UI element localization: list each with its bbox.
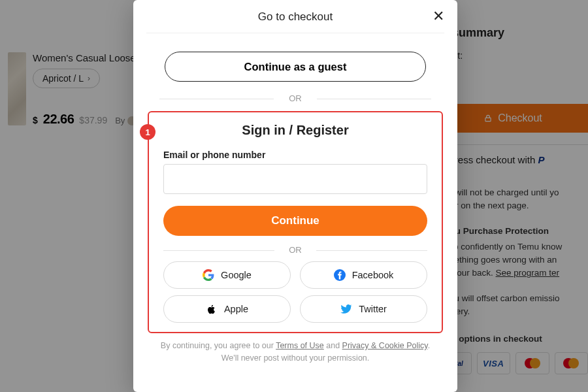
email-phone-input[interactable]	[163, 164, 427, 194]
twitter-signin-button[interactable]: Twitter	[300, 295, 427, 323]
divider	[146, 33, 444, 33]
google-icon	[203, 269, 214, 281]
google-signin-button[interactable]: Google	[163, 261, 291, 289]
facebook-icon	[334, 269, 346, 281]
step-badge: 1	[140, 124, 155, 140]
continue-button[interactable]: Continue	[163, 206, 427, 236]
modal-title: Go to checkout	[133, 0, 457, 33]
email-phone-label: Email or phone number	[163, 150, 427, 160]
or-separator-social: OR	[163, 245, 427, 255]
facebook-signin-button[interactable]: Facebook	[300, 261, 427, 289]
privacy-link[interactable]: Privacy & Cookie Policy	[342, 341, 428, 350]
continue-as-guest-button[interactable]: Continue as a guest	[165, 52, 426, 82]
twitter-icon	[340, 303, 352, 315]
apple-signin-button[interactable]: Apple	[163, 295, 291, 323]
terms-link[interactable]: Terms of Use	[276, 341, 324, 350]
close-icon: ✕	[433, 8, 444, 24]
signin-register-box: 1 Sign in / Register Email or phone numb…	[148, 111, 443, 333]
apple-icon	[206, 303, 218, 315]
checkout-modal: Go to checkout ✕ Continue as a guest OR …	[133, 0, 457, 392]
signin-heading: Sign in / Register	[163, 123, 427, 138]
or-separator: OR	[159, 93, 431, 103]
close-button[interactable]: ✕	[433, 9, 444, 24]
legal-text: By continuing, you agree to our Terms of…	[153, 340, 438, 365]
